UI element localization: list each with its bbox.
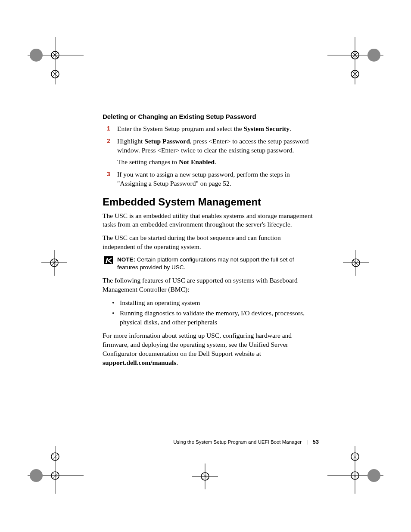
step-paragraph: Highlight Setup Password, press <Enter> … [117,137,314,155]
step-paragraph: The setting changes to Not Enabled. [117,158,314,167]
text-run: . [215,158,216,165]
text-run: System Security [244,125,290,132]
page-footer: Using the System Setup Program and UEFI … [0,439,319,445]
svg-point-36 [30,469,43,482]
text-run: For more information about setting up US… [103,332,292,357]
step-body: Enter the System Setup program and selec… [117,124,314,134]
steps-list: 1Enter the System Setup program and sele… [103,124,314,188]
bullet-list: Installing an operating systemRunning di… [103,299,314,327]
crop-mark-top-left [28,37,84,84]
svg-point-45 [367,469,380,482]
text-run: . [290,125,291,132]
note-text: NOTE: Certain platform configurations ma… [117,256,314,271]
svg-point-5 [30,49,43,62]
note-body: Certain platform configurations may not … [117,256,294,271]
crop-mark-bottom-center [192,464,218,489]
step-number: 3 [107,170,110,178]
step-item: 2Highlight Setup Password, press <Enter>… [103,137,314,167]
bullet-item: Running diagnostics to validate the memo… [120,309,314,327]
page-number: 53 [313,439,319,445]
crop-mark-mid-right [343,250,369,276]
bullet-item: Installing an operating system [120,299,314,308]
crop-mark-mid-left [41,250,67,276]
footer-chapter: Using the System Setup Program and UEFI … [173,439,302,445]
note-icon [104,256,113,264]
section-heading: Deleting or Changing an Existing Setup P… [103,113,314,120]
crop-mark-top-right [327,37,383,84]
step-number: 2 [107,137,110,145]
text-run: The setting changes to [117,158,179,165]
text-run: Not Enabled [179,158,215,165]
svg-point-14 [367,49,380,62]
step-paragraph: Enter the System Setup program and selec… [117,124,314,134]
step-item: 1Enter the System Setup program and sele… [103,124,314,134]
text-run: If you want to assign a new setup passwo… [117,171,290,187]
crop-mark-bottom-left [28,446,84,494]
text-run: Enter the System Setup program and selec… [117,125,244,132]
note-label: NOTE: [117,256,135,263]
closing-paragraph: For more information about setting up US… [103,331,314,367]
text-run: Highlight [117,137,144,145]
step-body: If you want to assign a new setup passwo… [117,170,314,188]
step-number: 1 [107,124,110,133]
note-block: NOTE: Certain platform configurations ma… [103,256,314,271]
step-item: 3If you want to assign a new setup passw… [103,170,314,188]
text-run: support.dell.com/manuals [103,359,176,366]
text-run: . [176,359,178,366]
text-run: Setup Password [144,137,190,145]
crop-mark-bottom-right [327,446,383,494]
page-content: Deleting or Changing an Existing Setup P… [103,113,314,372]
body-paragraph: The USC can be started during the boot s… [103,233,314,252]
main-heading: Embedded System Management [103,196,314,208]
step-paragraph: If you want to assign a new setup passwo… [117,170,314,188]
body-paragraph: The following features of USC are suppor… [103,276,314,294]
step-body: Highlight Setup Password, press <Enter> … [117,137,314,167]
footer-separator: | [306,439,308,445]
body-paragraph: The USC is an embedded utility that enab… [103,212,314,230]
